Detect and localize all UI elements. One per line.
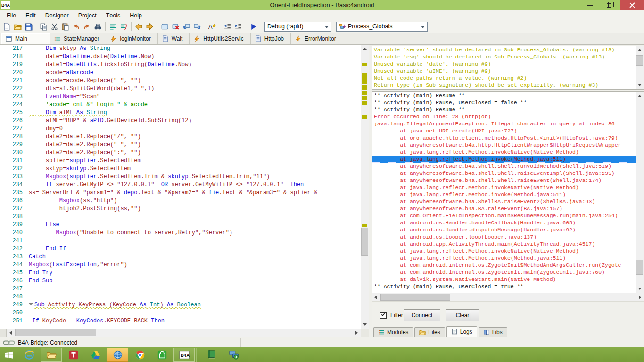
warning-mark[interactable] xyxy=(362,96,367,100)
line-number[interactable]: 234 xyxy=(0,181,25,189)
warning-mark[interactable] xyxy=(362,85,367,90)
nav-forward-button[interactable] xyxy=(144,21,155,32)
line-number[interactable]: 248 xyxy=(0,293,25,301)
taskbar-remote-button[interactable] xyxy=(223,348,244,362)
code-text[interactable]: date2=date1.Replace("/", "") xyxy=(25,133,141,141)
code-text[interactable]: Msgbox(ss,"http") xyxy=(25,197,117,205)
log-line[interactable]: at com.Orient.FieldInspection.main$Resum… xyxy=(372,212,644,219)
line-number[interactable]: 226 xyxy=(0,117,25,125)
code-text[interactable] xyxy=(25,213,29,221)
warnings-scrollbar[interactable] xyxy=(636,46,644,89)
taskbar-gdrive-button[interactable] xyxy=(85,348,106,362)
scroll-right-icon[interactable] xyxy=(353,329,361,337)
log-line[interactable]: at java.lang.reflect.Method.invokeNative… xyxy=(372,148,644,156)
tab-files[interactable]: Files xyxy=(414,327,445,337)
scroll-right-icon[interactable] xyxy=(636,293,644,301)
scrollbar-thumb[interactable] xyxy=(636,260,643,275)
code-text[interactable]: date2=date2.Replace(" ", "") xyxy=(25,141,141,149)
line-number[interactable]: 229 xyxy=(0,141,25,149)
code-text[interactable]: Dim aIME As String xyxy=(25,109,107,117)
line-number[interactable]: 241 xyxy=(0,237,25,245)
log-line[interactable]: Error occurred on line: 28 (httpjob) xyxy=(372,113,644,120)
log-line[interactable]: at android.os.Looper.loop(Looper.java:13… xyxy=(372,233,644,240)
code-text[interactable]: 'acode= cnt &"_Login_" & acode xyxy=(25,101,148,109)
splitter-grip[interactable] xyxy=(0,329,7,337)
module-tab-main[interactable]: Main xyxy=(1,33,50,44)
close-button[interactable] xyxy=(620,0,644,10)
menu-project[interactable]: Project xyxy=(74,10,101,20)
line-number[interactable]: 245 xyxy=(0,269,25,277)
warning-line[interactable]: Not all code paths return a value. (warn… xyxy=(372,74,644,82)
code-text[interactable]: acode=acode.Replace(" ", "") xyxy=(25,77,141,85)
comment-lines-button[interactable] xyxy=(107,21,118,32)
code-text[interactable]: End Sub xyxy=(25,277,52,285)
log-line[interactable]: at android.os.Handler.handleCallback(Han… xyxy=(372,219,644,226)
tab-libs[interactable]: Libs xyxy=(479,327,507,337)
code-text[interactable] xyxy=(25,309,29,317)
menu-file[interactable]: File xyxy=(2,10,21,20)
code-text[interactable]: Catch xyxy=(25,253,46,261)
line-number[interactable]: 246 xyxy=(0,277,25,285)
line-number[interactable]: 220 xyxy=(0,69,25,77)
code-text[interactable]: −Sub Activity_KeyPress (KeyCode As Int) … xyxy=(25,301,201,309)
warning-line[interactable]: Return type (in Sub signature) should be… xyxy=(372,82,644,89)
code-text[interactable]: End If xyxy=(25,245,66,253)
log-line[interactable]: at java.lang.reflect.Method.invokeNative… xyxy=(372,184,644,191)
line-number[interactable]: 232 xyxy=(0,165,25,173)
tab-modules[interactable]: Modules xyxy=(373,327,413,337)
log-line[interactable]: at anywheresoftware.b4a.shell.Shell.rais… xyxy=(372,177,644,184)
line-number[interactable]: 243 xyxy=(0,253,25,261)
taskbar-b4a-button[interactable]: B4A xyxy=(173,348,195,362)
copy-button[interactable] xyxy=(38,21,49,32)
editor-horizontal-scrollbar[interactable] xyxy=(0,329,361,337)
module-tab-httputils2servic[interactable]: HttpUtils2Servic xyxy=(190,33,250,44)
line-number[interactable]: 228 xyxy=(0,133,25,141)
line-number[interactable]: 225 xyxy=(0,109,25,117)
code-area[interactable]: 217 Dim sktyp As String218 date=DateTime… xyxy=(0,45,361,329)
log-line[interactable]: at anywheresoftware.b4a.shell.Shell.rais… xyxy=(372,170,644,177)
scrollbar-thumb[interactable] xyxy=(380,294,450,301)
code-text[interactable] xyxy=(25,237,29,245)
restore-button[interactable] xyxy=(601,0,618,10)
log-line[interactable]: at java.lang.reflect.Method.invoke(Metho… xyxy=(372,191,644,198)
new-file-button[interactable] xyxy=(1,21,12,32)
log-line[interactable]: at anywheresoftware.b4a.http.HttpClientW… xyxy=(372,141,644,148)
log-line[interactable]: at com.android.internal.os.ZygoteInit$Me… xyxy=(372,262,644,269)
uncomment-lines-button[interactable] xyxy=(118,21,129,32)
scrollbar-thumb[interactable] xyxy=(361,228,368,256)
scroll-down-icon[interactable] xyxy=(636,285,644,293)
line-number[interactable]: 231 xyxy=(0,157,25,165)
designer-view-button[interactable] xyxy=(159,21,170,32)
line-number[interactable]: 222 xyxy=(0,85,25,93)
clear-button[interactable]: Clear xyxy=(446,309,479,321)
menu-tools[interactable]: Tools xyxy=(101,10,125,20)
find-button[interactable] xyxy=(92,21,103,32)
log-line[interactable]: at dalvik.system.NativeStart.main(Native… xyxy=(372,276,644,283)
connect-button[interactable]: Connect xyxy=(404,309,440,321)
log-line[interactable]: ** Activity (main) Resume ** xyxy=(372,92,644,99)
warning-line[interactable]: Unused variable 'aIME'. (warning #9) xyxy=(372,67,644,74)
taskbar-ie-button[interactable] xyxy=(18,348,40,362)
code-text[interactable]: Msgbox(LastException,"error") xyxy=(25,261,127,269)
tab-logs[interactable]: Logs xyxy=(446,326,477,337)
warnings-list[interactable]: Variable 'server' should be declared in … xyxy=(372,46,644,90)
outdent-button[interactable] xyxy=(222,21,233,32)
log-line[interactable]: at android.app.ActivityThread.main(Activ… xyxy=(372,240,644,247)
code-text[interactable]: If server.GetMyIP <> "127.0.0.1" OR serv… xyxy=(25,181,304,189)
warning-line[interactable]: Variable 'server' should be declared in … xyxy=(372,46,644,53)
menu-help[interactable]: Help xyxy=(125,10,147,20)
warning-mark[interactable] xyxy=(362,63,367,66)
line-number[interactable]: 224 xyxy=(0,101,25,109)
line-number[interactable]: 240 xyxy=(0,229,25,237)
logs-scrollbar[interactable] xyxy=(636,92,644,293)
module-tab-statemanager[interactable]: StateManager xyxy=(50,33,106,44)
line-number[interactable]: 238 xyxy=(0,213,25,221)
line-number[interactable]: 217 xyxy=(0,45,25,53)
minimize-button[interactable] xyxy=(582,0,599,10)
code-text[interactable]: acode=aBarcode xyxy=(25,69,93,77)
warning-mark[interactable] xyxy=(362,73,367,84)
warning-line[interactable]: Unused variable 'date'. (warning #9) xyxy=(372,60,644,67)
start-button[interactable] xyxy=(0,347,18,362)
warning-mark[interactable] xyxy=(362,101,367,105)
line-number[interactable]: 250 xyxy=(0,309,25,317)
